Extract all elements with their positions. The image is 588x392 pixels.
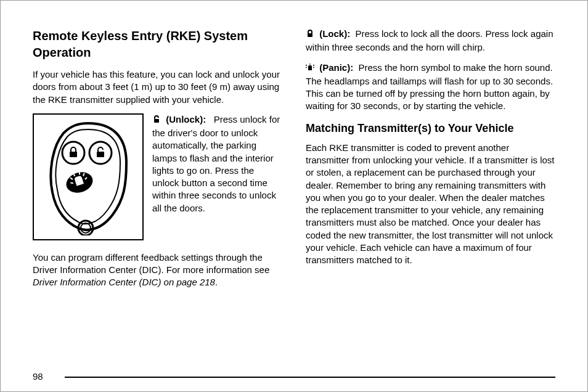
dic-paragraph: You can program different feedback setti… — [33, 251, 282, 289]
svg-rect-1 — [70, 152, 77, 157]
dic-reference: Driver Information Center (DIC) on page … — [33, 277, 215, 287]
page-number: 98 — [33, 371, 43, 382]
svg-rect-7 — [154, 119, 159, 123]
unlock-body: Press unlock for the driver's door to un… — [152, 114, 280, 213]
page-footer: 98 — [33, 377, 555, 378]
intro-paragraph: If your vehicle has this feature, you ca… — [33, 68, 282, 106]
lock-label: (Lock): — [319, 28, 350, 39]
panic-label: (Panic): — [319, 62, 353, 73]
unlock-paragraph: (Unlock): Press unlock for the driver's … — [152, 113, 282, 240]
panic-paragraph: (Panic): Press the horn symbol to make t… — [306, 62, 555, 113]
fob-figure-row: (Unlock): Press unlock for the driver's … — [33, 113, 282, 240]
lock-paragraph: (Lock): Press lock to lock all the doors… — [306, 28, 555, 54]
subsection-heading: Matching Transmitter(s) to Your Vehicle — [306, 121, 555, 136]
lock-closed-icon — [306, 29, 314, 41]
two-column-layout: Remote Keyless Entry (RKE) System Operat… — [33, 28, 555, 348]
svg-rect-3 — [97, 152, 104, 157]
key-fob-icon — [39, 118, 137, 235]
dic-text-b: . — [215, 277, 218, 287]
left-column: Remote Keyless Entry (RKE) System Operat… — [33, 28, 282, 348]
footer-rule — [65, 377, 555, 378]
matching-paragraph: Each RKE transmitter is coded to prevent… — [306, 142, 555, 267]
unlock-open-icon — [152, 115, 161, 127]
svg-rect-8 — [308, 33, 312, 37]
manual-page: Remote Keyless Entry (RKE) System Operat… — [0, 0, 588, 392]
section-heading: Remote Keyless Entry (RKE) System Operat… — [33, 28, 282, 61]
unlock-label: (Unlock): — [166, 114, 206, 125]
key-fob-illustration — [33, 113, 144, 240]
dic-text-a: You can program different feedback setti… — [33, 252, 269, 275]
right-column: (Lock): Press lock to lock all the doors… — [306, 28, 555, 348]
horn-panic-icon — [306, 63, 314, 75]
